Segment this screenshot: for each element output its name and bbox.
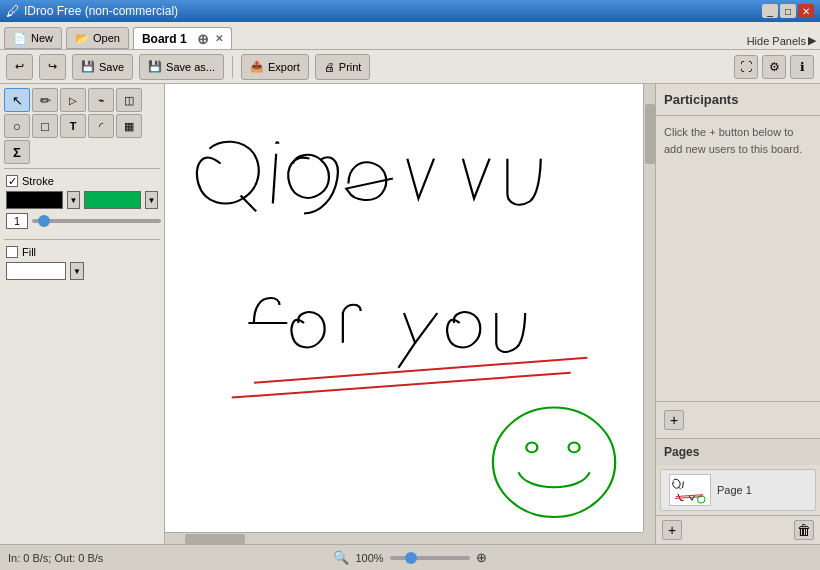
zoom-slider[interactable] bbox=[390, 556, 470, 560]
stroke-green-swatch[interactable] bbox=[84, 191, 141, 209]
fill-label-row: Fill bbox=[6, 246, 158, 258]
pencil-tool[interactable]: ✏ bbox=[32, 88, 58, 112]
sigma-tool[interactable]: Σ bbox=[4, 140, 30, 164]
tab-bar: 📄 New 📂 Open Board 1 ⊕ ✕ Hide Panels ▶ bbox=[0, 22, 820, 50]
stroke-checkbox[interactable]: ✓ bbox=[6, 175, 18, 187]
pages-section: Pages Page 1 bbox=[656, 438, 820, 515]
highlighter-tool[interactable]: ▷ bbox=[60, 88, 86, 112]
board-tab-label: Board 1 bbox=[142, 32, 187, 46]
new-icon: 📄 bbox=[13, 32, 27, 45]
canvas-scroll bbox=[165, 84, 643, 532]
vertical-scrollbar[interactable] bbox=[643, 84, 655, 532]
fullscreen-button[interactable]: ⛶ bbox=[734, 55, 758, 79]
zoom-in-icon[interactable]: ⊕ bbox=[476, 550, 487, 565]
save-as-button[interactable]: 💾 Save as... bbox=[139, 54, 224, 80]
print-button[interactable]: 🖨 Print bbox=[315, 54, 371, 80]
app-title: IDroo Free (non-commercial) bbox=[24, 4, 178, 18]
ellipse-tool[interactable]: ○ bbox=[4, 114, 30, 138]
info-button[interactable]: ℹ bbox=[790, 55, 814, 79]
horizontal-scrollbar-thumb[interactable] bbox=[185, 534, 245, 544]
board-tab[interactable]: Board 1 ⊕ ✕ bbox=[133, 27, 232, 49]
status-bar: In: 0 B/s; Out: 0 B/s 🔍 100% ⊕ bbox=[0, 544, 820, 570]
rect-tool[interactable]: □ bbox=[32, 114, 58, 138]
main-layout: ↖ ✏ ▷ ⌁ ◫ ○ □ T ◜ ▦ Σ ✓ Stroke ▼ bbox=[0, 84, 820, 544]
lasso-tool[interactable]: ⌁ bbox=[88, 88, 114, 112]
participants-body: Click the + button below to add new user… bbox=[656, 116, 820, 401]
eraser-tool[interactable]: ◫ bbox=[116, 88, 142, 112]
canvas-content bbox=[165, 84, 643, 532]
stroke-width-input[interactable] bbox=[6, 213, 28, 229]
stroke-label-row: ✓ Stroke bbox=[6, 175, 158, 187]
fill-section: Fill ▼ bbox=[4, 244, 160, 282]
open-tab-button[interactable]: 📂 Open bbox=[66, 27, 129, 49]
info-icon: ℹ bbox=[800, 60, 805, 74]
drawing-canvas[interactable] bbox=[165, 84, 643, 532]
fill-color-swatch[interactable] bbox=[6, 262, 66, 280]
delete-page-button[interactable]: 🗑 bbox=[794, 520, 814, 540]
close-button[interactable]: ✕ bbox=[798, 4, 814, 18]
stroke-color-swatch[interactable] bbox=[6, 191, 63, 209]
horizontal-scrollbar[interactable] bbox=[165, 532, 643, 544]
stroke-label-text: Stroke bbox=[22, 175, 54, 187]
export-button[interactable]: 📤 Export bbox=[241, 54, 309, 80]
text-tool[interactable]: T bbox=[60, 114, 86, 138]
settings-button[interactable]: ⚙ bbox=[762, 55, 786, 79]
stroke-width-row bbox=[6, 213, 158, 229]
svg-point-3 bbox=[526, 442, 537, 452]
fill-label-text: Fill bbox=[22, 246, 36, 258]
zoom-controls: 🔍 100% ⊕ bbox=[276, 550, 544, 565]
maximize-button[interactable]: □ bbox=[780, 4, 796, 18]
open-icon: 📂 bbox=[75, 32, 89, 45]
new-tab-button[interactable]: 📄 New bbox=[4, 27, 62, 49]
undo-button[interactable]: ↩ bbox=[6, 54, 33, 80]
svg-point-2 bbox=[493, 408, 615, 518]
image-tool[interactable]: ▦ bbox=[116, 114, 142, 138]
stroke-color-row: ▼ ▼ bbox=[6, 191, 158, 209]
tab-close-icon[interactable]: ✕ bbox=[215, 33, 223, 44]
arrow-right-icon: ▶ bbox=[808, 34, 816, 47]
tab-add-icon[interactable]: ⊕ bbox=[197, 31, 209, 47]
fill-divider bbox=[4, 239, 160, 240]
pages-footer: + 🗑 bbox=[656, 515, 820, 544]
svg-line-1 bbox=[232, 373, 571, 398]
stroke-section: ✓ Stroke ▼ ▼ bbox=[4, 173, 160, 235]
add-page-button[interactable]: + bbox=[662, 520, 682, 540]
network-status: In: 0 B/s; Out: 0 B/s bbox=[8, 552, 276, 564]
left-panel: ↖ ✏ ▷ ⌁ ◫ ○ □ T ◜ ▦ Σ ✓ Stroke ▼ bbox=[0, 84, 165, 544]
vertical-scrollbar-thumb[interactable] bbox=[645, 104, 655, 164]
hide-panels-button[interactable]: Hide Panels ▶ bbox=[747, 34, 816, 47]
stroke-color-dropdown[interactable]: ▼ bbox=[67, 191, 80, 209]
title-bar: 🖊 IDroo Free (non-commercial) _ □ ✕ bbox=[0, 0, 820, 22]
zoom-out-icon[interactable]: 🔍 bbox=[333, 550, 349, 565]
save-button[interactable]: 💾 Save bbox=[72, 54, 133, 80]
page-1-item[interactable]: Page 1 bbox=[660, 469, 816, 511]
minimize-button[interactable]: _ bbox=[762, 4, 778, 18]
export-icon: 📤 bbox=[250, 60, 264, 73]
fill-color-row: ▼ bbox=[6, 262, 158, 280]
tools-row-3: Σ bbox=[4, 140, 160, 164]
tools-row-2: ○ □ T ◜ ▦ bbox=[4, 114, 160, 138]
scroll-corner bbox=[643, 532, 655, 544]
right-panel: Participants Click the + button below to… bbox=[655, 84, 820, 544]
stroke-green-dropdown[interactable]: ▼ bbox=[145, 191, 158, 209]
save-as-icon: 💾 bbox=[148, 60, 162, 73]
stroke-width-slider[interactable] bbox=[32, 219, 161, 223]
main-toolbar: ↩ ↪ 💾 Save 💾 Save as... 📤 Export 🖨 Print… bbox=[0, 50, 820, 84]
undo-icon: ↩ bbox=[15, 60, 24, 73]
pages-header: Pages bbox=[656, 439, 820, 465]
fill-checkbox[interactable] bbox=[6, 246, 18, 258]
participants-header: Participants bbox=[656, 84, 820, 116]
zoom-label: 100% bbox=[355, 552, 383, 564]
print-icon: 🖨 bbox=[324, 61, 335, 73]
svg-point-4 bbox=[569, 442, 580, 452]
page-1-label: Page 1 bbox=[717, 484, 752, 496]
redo-icon: ↪ bbox=[48, 60, 57, 73]
select-tool[interactable]: ↖ bbox=[4, 88, 30, 112]
redo-button[interactable]: ↪ bbox=[39, 54, 66, 80]
page-1-thumbnail bbox=[669, 474, 711, 506]
gear-icon: ⚙ bbox=[769, 60, 780, 74]
speech-tool[interactable]: ◜ bbox=[88, 114, 114, 138]
add-participant-button[interactable]: + bbox=[664, 410, 684, 430]
fill-color-dropdown[interactable]: ▼ bbox=[70, 262, 84, 280]
canvas-area[interactable] bbox=[165, 84, 655, 544]
